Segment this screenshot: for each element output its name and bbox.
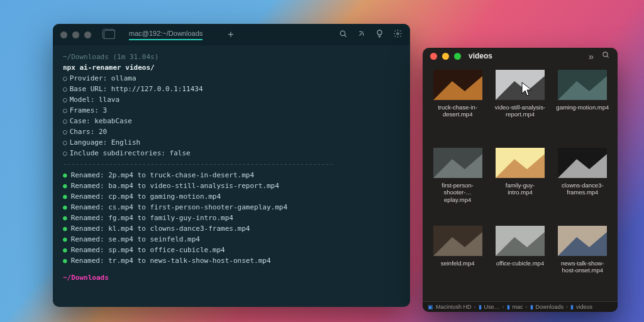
terminal-output[interactable]: ~/Downloads (1m 31.04s) npx ai-renamer v…: [53, 45, 410, 286]
chevron-right-icon: ›: [566, 304, 568, 310]
search-icon[interactable]: [338, 29, 348, 41]
path-segment[interactable]: mac: [513, 304, 523, 310]
setting-line: ○Frames: 3: [63, 105, 400, 116]
setting-line: ○Base URL: http://127.0.0.1:11434: [63, 84, 400, 94]
renamed-line: ●Renamed: 2p.mp4 to truck-chase-in-deser…: [63, 170, 400, 180]
prompt-header: ~/Downloads (1m 31.04s): [63, 52, 400, 62]
finder-titlebar[interactable]: videos »: [423, 48, 618, 65]
finder-grid: truck-chase-in-desert.mp4video-still-ana…: [423, 65, 618, 301]
quick-actions-icon[interactable]: [357, 29, 366, 41]
folder-icon: ▮: [530, 304, 533, 310]
path-segment[interactable]: Use…: [484, 304, 500, 310]
file-thumbnail: [558, 226, 607, 256]
renamed-line: ●Renamed: se.mp4 to seinfeld.mp4: [63, 234, 400, 245]
setting-line: ○Provider: ollama: [63, 73, 400, 84]
command-line: npx ai-renamer videos/: [63, 62, 400, 73]
file-item[interactable]: family-guy-intro.mp4: [490, 148, 550, 223]
folder-icon: ▮: [507, 304, 510, 310]
divider-line: ----------------------------------------…: [63, 158, 400, 169]
renamed-line: ●Renamed: cs.mp4 to first-person-shooter…: [63, 202, 400, 213]
renamed-line: ●Renamed: ba.mp4 to video-still-analysis…: [63, 180, 400, 191]
finder-title: videos: [469, 52, 492, 60]
file-item[interactable]: office-cubicle.mp4: [490, 226, 550, 301]
terminal-traffic-lights: [60, 31, 91, 38]
overflow-icon[interactable]: »: [589, 51, 592, 62]
file-thumbnail: [558, 70, 607, 100]
path-segment[interactable]: videos: [576, 304, 592, 310]
file-item[interactable]: news-talk-show-host-onset.mp4: [553, 226, 613, 301]
chevron-right-icon: ›: [526, 304, 528, 310]
minimize-button[interactable]: [72, 31, 79, 38]
renamed-line: ●Renamed: fg.mp4 to family-guy-intro.mp4: [63, 213, 400, 223]
svg-point-3: [603, 52, 608, 57]
path-segment[interactable]: Macintosh HD: [436, 304, 472, 310]
file-thumbnail: [558, 148, 607, 178]
finder-path-bar[interactable]: ▣Macintosh HD›▮Use…›▮mac›▮Downloads›▮vid…: [423, 301, 618, 312]
file-item[interactable]: gaming-motion.mp4: [553, 70, 613, 145]
file-thumbnail: [433, 226, 482, 256]
minimize-button[interactable]: [442, 53, 449, 60]
svg-line-4: [607, 56, 609, 58]
renamed-line: ●Renamed: sp.mp4 to office-cubicle.mp4: [63, 245, 400, 255]
file-thumbnail: [496, 70, 545, 100]
file-thumbnail: [496, 148, 545, 178]
svg-point-2: [397, 32, 399, 34]
svg-point-0: [340, 31, 345, 36]
setting-line: ○Model: llava: [63, 94, 400, 105]
file-name: seinfeld.mp4: [441, 260, 475, 267]
prompt-footer: ~/Downloads: [63, 272, 400, 283]
svg-line-1: [345, 35, 347, 36]
disk-icon: ▣: [428, 304, 433, 310]
file-name: office-cubicle.mp4: [496, 260, 544, 267]
new-tab-button[interactable]: +: [228, 29, 233, 40]
setting-line: ○Include subdirectories: false: [63, 148, 400, 158]
folder-icon: ▮: [479, 304, 482, 310]
renamed-line: ●Renamed: cp.mp4 to gaming-motion.mp4: [63, 191, 400, 202]
file-thumbnail: [433, 70, 482, 100]
file-name: clowns-dance3-frames.mp4: [555, 182, 609, 197]
renamed-line: ●Renamed: tr.mp4 to news-talk-show-host-…: [63, 255, 400, 266]
maximize-button[interactable]: [454, 53, 461, 60]
file-item[interactable]: seinfeld.mp4: [428, 226, 487, 301]
settings-icon[interactable]: [393, 29, 402, 41]
chevron-right-icon: ›: [474, 304, 476, 310]
idea-icon[interactable]: [375, 29, 384, 41]
setting-line: ○Chars: 20: [63, 126, 400, 137]
finder-window: videos » truck-chase-in-desert.mp4video-…: [423, 48, 618, 312]
file-thumbnail: [433, 148, 482, 178]
terminal-titlebar[interactable]: mac@192:~/Downloads +: [53, 24, 410, 45]
file-name: gaming-motion.mp4: [556, 104, 609, 111]
file-item[interactable]: clowns-dance3-frames.mp4: [553, 148, 613, 223]
file-item[interactable]: video-still-analysis-report.mp4: [490, 70, 550, 145]
terminal-tab[interactable]: mac@192:~/Downloads: [129, 30, 203, 40]
chevron-right-icon: ›: [502, 304, 504, 310]
setting-line: ○Language: English: [63, 137, 400, 148]
file-name: family-guy-intro.mp4: [493, 182, 547, 197]
renamed-line: ●Renamed: kl.mp4 to clowns-dance3-frames…: [63, 223, 400, 234]
file-thumbnail: [496, 226, 545, 256]
tab-overview-icon[interactable]: [104, 30, 115, 39]
folder-icon: ▮: [570, 304, 574, 310]
setting-line: ○Case: kebabCase: [63, 116, 400, 126]
file-name: news-talk-show-host-onset.mp4: [555, 260, 609, 275]
file-name: video-still-analysis-report.mp4: [493, 104, 547, 119]
maximize-button[interactable]: [84, 31, 91, 38]
file-item[interactable]: truck-chase-in-desert.mp4: [428, 70, 487, 145]
close-button[interactable]: [430, 53, 437, 60]
path-segment[interactable]: Downloads: [536, 304, 564, 310]
close-button[interactable]: [60, 31, 67, 38]
search-icon[interactable]: [601, 50, 610, 62]
terminal-window: mac@192:~/Downloads + ~/Downloads (1m 31…: [53, 24, 410, 307]
finder-traffic-lights: [430, 53, 461, 60]
file-name: first-person-shooter-…eplay.mp4: [431, 182, 485, 204]
file-item[interactable]: first-person-shooter-…eplay.mp4: [428, 148, 487, 223]
file-name: truck-chase-in-desert.mp4: [431, 104, 485, 119]
